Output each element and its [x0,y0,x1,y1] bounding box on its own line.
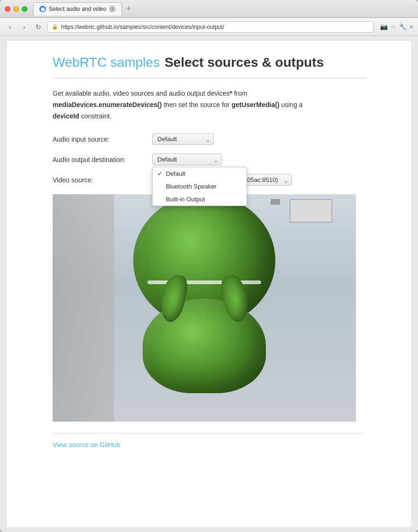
address-bar[interactable]: 🔒 https://webrtc.github.io/samples/src/c… [47,21,373,33]
close-button[interactable] [5,6,10,12]
title-bar: ⬤ Select audio and video × + [0,0,418,18]
audio-input-select-wrapper: Default ⌄ [152,133,214,145]
dropdown-item-builtin[interactable]: Built-in Output [153,193,246,206]
security-icon: 🔒 [52,24,58,30]
page-content: WebRTC samples Select sources & outputs … [7,41,411,527]
ceiling-light-right [290,199,332,223]
maximize-button[interactable] [22,6,27,12]
tab-bar: ⬤ Select audio and video × + [33,2,413,16]
back-button[interactable]: ‹ [5,22,15,32]
tab-favicon-icon: ⬤ [39,6,46,12]
body-stripe [147,280,261,284]
tab-close-button[interactable]: × [109,6,116,12]
audio-output-row: Audio output destination: Default Blueto… [53,153,365,165]
desc-text-4: using a [280,101,303,108]
audio-input-row: Audio input source: Default ⌄ [53,133,365,145]
audio-input-label: Audio input source: [53,135,152,143]
minimize-button[interactable] [13,6,19,12]
tab-title: Select audio and video [49,6,106,12]
desc-code-2: getUserMedia() [231,101,279,108]
android-plush-figure [119,232,290,422]
extension-icon[interactable]: 🔧 [399,23,407,30]
desc-text-5: constraint. [79,112,111,120]
browser-controls: ‹ › ↻ 🔒 https://webrtc.github.io/samples… [0,18,418,36]
audio-output-dropdown-menu[interactable]: Default Bluetooth Speaker Built-in Outpu… [152,167,247,206]
camera-feed [53,194,356,422]
forward-button[interactable]: › [19,22,29,32]
address-actions: 📷 ☆ 🔧 ≡ [380,23,413,30]
page-header: WebRTC samples Select sources & outputs [53,55,365,79]
github-link[interactable]: View source on GitHub [53,441,120,449]
desc-code-1: mediaDevices.enumerateDevices() [53,101,162,108]
wall-left [53,194,114,422]
refresh-button[interactable]: ↻ [33,22,44,32]
dropdown-item-bluetooth[interactable]: Bluetooth Speaker [153,180,246,193]
audio-input-select[interactable]: Default [152,133,214,145]
page-inner: WebRTC samples Select sources & outputs … [29,41,389,468]
desc-text-3: then set the source for [162,101,231,108]
desc-text-1: Get available audio, video sources and a… [53,90,230,97]
video-preview [53,194,356,422]
audio-output-dropdown-container: Default Bluetooth Speaker Built-in Outpu… [152,153,222,165]
audio-output-select[interactable]: Default Bluetooth Speaker Built-in Outpu… [152,153,222,165]
traffic-lights [5,6,27,12]
active-tab[interactable]: ⬤ Select audio and video × [33,2,122,16]
webrtc-samples-label: WebRTC samples [53,55,160,70]
ceiling-vent [271,199,280,205]
desc-code-3: deviceId [53,112,79,120]
video-source-label: Video source: [53,176,152,184]
form-section: Audio input source: Default ⌄ Audio outp… [53,133,365,186]
new-tab-button[interactable]: + [122,2,135,16]
audio-output-select-wrapper: Default Bluetooth Speaker Built-in Outpu… [152,153,222,165]
page-divider [53,433,365,433]
page-description: Get available audio, video sources and a… [53,88,365,122]
plush-body [143,298,266,393]
bookmark-icon[interactable]: ☆ [391,23,396,30]
url-display: https://webrtc.github.io/samples/src/con… [61,24,224,30]
audio-output-label: Audio output destination: [53,156,152,163]
browser-window: ⬤ Select audio and video × + ‹ › ↻ 🔒 htt… [0,0,418,532]
video-icon[interactable]: 📷 [380,23,388,30]
dropdown-item-default[interactable]: Default [153,167,246,180]
page-title: Select sources & outputs [164,55,324,70]
desc-text-2: from [232,90,247,97]
menu-icon[interactable]: ≡ [409,23,413,30]
